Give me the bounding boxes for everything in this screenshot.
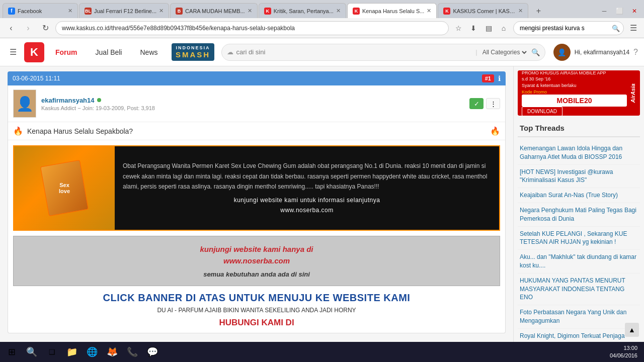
ad-website-url: www.noserba.com	[280, 207, 334, 214]
thread-item-2[interactable]: Keajaiban Surat An-Nas (True Story)	[518, 188, 640, 203]
address-bar-row: ‹ › ↻ ☆ ⬇ ▤ ⌂ 🔍 ☰	[0, 18, 644, 38]
ad-download-button[interactable]: DOWNLOAD	[522, 107, 562, 116]
username: ekafirmansyah14	[41, 97, 464, 104]
bookmark-star-button[interactable]: ☆	[452, 22, 465, 35]
tab-corner-close[interactable]: ✕	[518, 8, 523, 14]
kaskus-logo[interactable]: K	[24, 42, 44, 62]
post-date: 03-06-2015 11:11	[13, 75, 60, 82]
browser-search-button[interactable]: 🔍	[612, 24, 620, 32]
phone-button[interactable]: 📞	[123, 343, 141, 361]
tab-kenapa-title: Kenapa Harus Selalu S...	[362, 8, 425, 14]
taskbar: ⊞ 🔍 ❑ 📁 🌐 🦊 📞 💬 13:00 04/06/2016	[0, 342, 644, 362]
file-explorer-icon: 📁	[66, 346, 77, 357]
maximize-button[interactable]: ⬜	[612, 4, 626, 18]
tab-ferrari-close[interactable]: ✕	[159, 8, 164, 14]
forward-button[interactable]: ›	[21, 21, 35, 35]
airasia-logo-text: AirAsia	[630, 83, 636, 103]
nav-jualbeli[interactable]: Jual Beli	[89, 44, 129, 60]
more-actions-button[interactable]: ⋮	[486, 98, 500, 109]
user-avatar-header: 👤	[553, 44, 571, 61]
ad-banner-image[interactable]: Sexlove Obat Perangsang Wanita Permen Ka…	[13, 145, 500, 231]
close-button[interactable]: ✕	[627, 4, 641, 18]
home-button[interactable]: ⌂	[497, 22, 510, 35]
ad-parfum-text: DU AI - PARFUM AJAIB BIKIN WANITA SEKELI…	[13, 307, 500, 314]
flame-right-icon[interactable]: 🔥	[490, 127, 500, 135]
browser-taskbar-button[interactable]: 🌐	[83, 343, 101, 361]
header-search-icon[interactable]: 🔍	[531, 48, 540, 56]
address-icons: ☆ ⬇ ▤ ⌂	[452, 22, 510, 35]
ad-airasia-inner: PROMO KHUSUS AIRASIA MOBILE APP s.d 30 S…	[518, 70, 640, 116]
address-input[interactable]	[55, 21, 449, 35]
reader-view-button[interactable]: ▤	[482, 22, 495, 35]
back-button[interactable]: ‹	[4, 21, 18, 35]
refresh-button[interactable]: ↻	[38, 21, 52, 35]
user-meta: Kaskus Addict − Join: 19-03-2009, Post: …	[41, 105, 464, 111]
sidebar: PROMO KHUSUS AIRASIA MOBILE APP s.d 30 S…	[513, 66, 644, 342]
like-button[interactable]: ✓	[469, 98, 484, 109]
file-explorer-button[interactable]: 📁	[63, 343, 81, 361]
post-number: #1	[482, 74, 494, 82]
tab-corner-title: KASKUS Corner | KASK...	[453, 8, 516, 14]
thread-area: 03-06-2015 11:11 #1 ℹ 👤 ekaf	[0, 66, 513, 342]
site-logo: INDONESIA SMASH	[173, 43, 213, 61]
ad-visit-text: kunjungi website kami hanya di www.noser…	[19, 244, 495, 266]
taskbar-date: 04/06/2016	[610, 352, 637, 359]
thread-item-0[interactable]: Kemenangan Lawan Idola Hingga dan Gaharn…	[518, 141, 640, 165]
tab-kritik[interactable]: K Kritik, Saran, Pertanya... ✕	[259, 3, 346, 18]
phone-icon: 📞	[127, 346, 138, 357]
nav-news[interactable]: News	[133, 44, 165, 60]
thread-item-8[interactable]: Royal Knight, Digimon Terkuat Penjaga Du…	[518, 329, 640, 342]
hamburger-menu[interactable]: ☰	[6, 45, 20, 59]
post-info-icon[interactable]: ℹ	[498, 74, 501, 82]
firefox-button[interactable]: 🦊	[103, 343, 121, 361]
messenger-button[interactable]: 💬	[143, 343, 162, 361]
messenger-icon: 💬	[147, 346, 158, 357]
username-text[interactable]: ekafirmansyah14	[41, 97, 95, 104]
thread-item-7[interactable]: Foto Perbatasan Negara Yang Unik dan Men…	[518, 305, 640, 329]
browser-search-input[interactable]	[513, 21, 624, 35]
ad-image-left: Sexlove	[14, 146, 115, 230]
ad-visit-text1: kunjungi website kami hanya di	[200, 245, 313, 253]
site-search-input[interactable]	[236, 48, 473, 56]
ad-code-label: Kode Promo	[522, 89, 627, 95]
tab-facebook-close[interactable]: ✕	[68, 8, 72, 14]
user-greeting: Hi, ekafirmansyah14	[575, 49, 629, 56]
scroll-up-button[interactable]: ▲	[625, 323, 639, 337]
thread-action-right: 🔥	[490, 126, 500, 136]
thread-item-5[interactable]: Aku... dan "Makhluk" tak diundang di kam…	[518, 250, 640, 274]
tab-kritik-title: Kritik, Saran, Pertanya...	[274, 8, 334, 14]
taskbar-search[interactable]: 🔍	[23, 343, 41, 361]
windows-icon: ⊞	[8, 346, 16, 357]
nav-forum[interactable]: Forum	[48, 44, 85, 60]
tab-cara-close[interactable]: ✕	[248, 8, 252, 14]
tab-kenapa[interactable]: K Kenapa Harus Selalu S... ✕	[347, 3, 437, 18]
top-threads-header: Top Threads	[518, 121, 640, 137]
thread-item-4[interactable]: Setelah KUE PELANGI , Sekarang KUE TETES…	[518, 227, 640, 250]
ad-gray-block: kunjungi website kami hanya di www.noser…	[13, 236, 500, 286]
thread-item-3[interactable]: Negara Penghukum Mati Paling Tegas Bagi …	[518, 203, 640, 227]
pocket-button[interactable]: ⬇	[467, 22, 480, 35]
tab-kenapa-close[interactable]: ✕	[427, 8, 431, 14]
ad-cta-text[interactable]: CLICK BANNER DI ATAS UNTUK MENUJU KE WEB…	[13, 292, 500, 304]
tab6-favicon: K	[443, 8, 450, 15]
post-header: 03-06-2015 11:11 #1 ℹ	[8, 71, 506, 85]
categories-select[interactable]: All Categories	[480, 48, 528, 56]
tab3-favicon: B	[176, 8, 183, 15]
browser-frame: f Facebook ✕ BL Jual Ferrari F12 Berline…	[0, 0, 644, 342]
sidebar-airasia-ad[interactable]: PROMO KHUSUS AIRASIA MOBILE APP s.d 30 S…	[518, 70, 640, 116]
tab-kritik-close[interactable]: ✕	[336, 8, 341, 14]
tab-facebook[interactable]: f Facebook ✕	[3, 3, 78, 18]
new-tab-button[interactable]: +	[531, 4, 545, 18]
ad-airasia-promo-text: PROMO KHUSUS AIRASIA MOBILE APP s.d 30 S…	[522, 70, 627, 88]
start-button[interactable]: ⊞	[3, 343, 21, 361]
thread-item-1[interactable]: [HOT NEWS] Investigasi @kurawa "Kriminal…	[518, 165, 640, 189]
task-view-button[interactable]: ❑	[43, 343, 61, 361]
tab-cara[interactable]: B CARA MUDAH MEMB... ✕	[170, 3, 258, 18]
post-content: Sexlove Obat Perangsang Wanita Permen Ka…	[8, 140, 505, 333]
help-icon[interactable]: ?	[633, 48, 638, 57]
tab-ferrari[interactable]: BL Jual Ferrari F12 Berline... ✕	[79, 3, 169, 18]
minimize-button[interactable]: ─	[597, 4, 611, 18]
thread-item-6[interactable]: HUKUMAN YANG PANTAS MENURUT MASYARAKAT I…	[518, 274, 640, 305]
tab-corner[interactable]: K KASKUS Corner | KASK... ✕	[438, 3, 528, 18]
menu-button[interactable]: ☰	[627, 22, 640, 35]
